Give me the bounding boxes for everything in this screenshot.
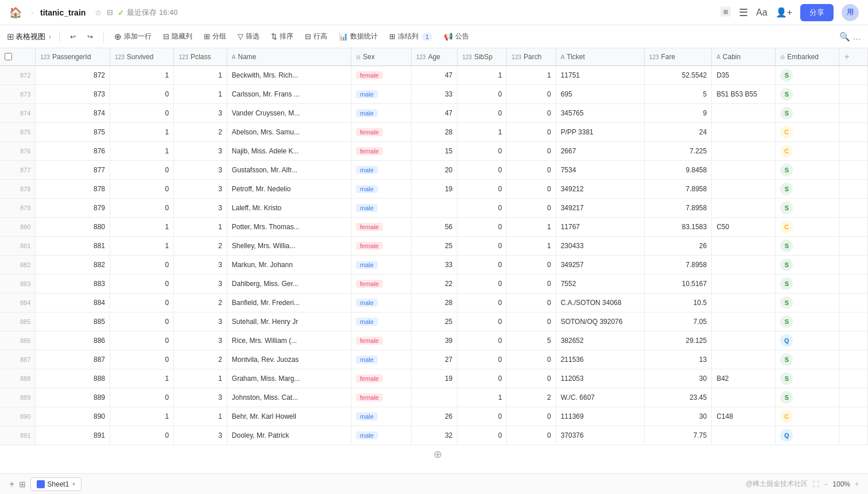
cell-name: Abelson, Mrs. Samu...: [227, 123, 351, 142]
search-icon[interactable]: 🔍: [839, 32, 850, 42]
history-icon[interactable]: ⊟: [107, 8, 113, 17]
col-header-age[interactable]: 123Age: [411, 48, 457, 66]
cell-survived: 0: [110, 388, 174, 407]
cell-survived: 1: [110, 237, 174, 256]
cell-name: Najib, Miss. Adele K...: [227, 142, 351, 161]
watermark: @稀土掘金技术社区: [746, 479, 808, 489]
font-size-icon[interactable]: Aa: [756, 7, 768, 18]
zoom-out-icon[interactable]: −: [824, 480, 828, 488]
embarked-badge: C: [780, 145, 793, 157]
col-header-survived[interactable]: 123Survived: [110, 48, 174, 66]
star-icon[interactable]: ☆: [95, 8, 102, 17]
col-header-ticket[interactable]: ATicket: [556, 48, 644, 66]
table-row[interactable]: 88188112Shelley, Mrs. Willia...female250…: [0, 237, 868, 256]
cell-sex: male: [351, 294, 411, 312]
cell-parch: 0: [507, 256, 556, 275]
table-row[interactable]: 87687613Najib, Miss. Adele K...female150…: [0, 142, 868, 161]
sheet-tab-sheet1[interactable]: Sheet1 ▾: [30, 477, 82, 491]
add-sheet-button[interactable]: +: [9, 479, 14, 489]
table-row[interactable]: 88488402Banfield, Mr. Frederi...male2800…: [0, 294, 868, 312]
cell-name: Dooley, Mr. Patrick: [227, 426, 351, 445]
table-row[interactable]: 88288203Markun, Mr. Johannmale3300349257…: [0, 256, 868, 275]
freeze-button[interactable]: ⊞ 冻结列 1: [385, 29, 437, 44]
avatar[interactable]: 用: [842, 4, 859, 21]
table-row[interactable]: 88988903Johnston, Miss. Cat...female12W.…: [0, 388, 868, 407]
cell-passengerid: 888: [36, 369, 110, 388]
table-row[interactable]: 87287211Beckwith, Mrs. Rich...female4711…: [0, 66, 868, 85]
table-row[interactable]: 87887803Petroff, Mr. Nedeliomale19003492…: [0, 180, 868, 199]
table-row[interactable]: 89189103Dooley, Mr. Patrickmale320037037…: [0, 426, 868, 445]
group-button[interactable]: ⊞ 分组: [199, 29, 231, 44]
cell-fare: 30: [644, 407, 711, 426]
table-row[interactable]: 87787703Gustafsson, Mr. Alfr...male20007…: [0, 161, 868, 180]
table-wrapper[interactable]: 123PassengerId 123Survived 123Pclass ANa…: [0, 48, 868, 473]
select-all-checkbox[interactable]: [5, 53, 12, 60]
hide-cols-button[interactable]: ⊟ 隐藏列: [158, 29, 197, 44]
cell-parch: 0: [507, 180, 556, 199]
expand-icon[interactable]: ›: [46, 30, 53, 43]
menu-icon[interactable]: ☰: [739, 6, 748, 19]
table-row[interactable]: 88388303Dahlberg, Miss. Ger...female2200…: [0, 275, 868, 294]
cell-ticket: SOTON/OQ 392076: [556, 312, 644, 331]
layers-icon[interactable]: ⊞: [19, 480, 26, 489]
col-header-embarked[interactable]: ⊙Embarked: [776, 48, 839, 66]
cell-cabin: [712, 199, 776, 218]
cell-fare: 24: [644, 123, 711, 142]
announcement-button[interactable]: 📢 公告: [439, 29, 474, 44]
table-row[interactable]: 87587512Abelson, Mrs. Samu...female2810P…: [0, 123, 868, 142]
stats-button[interactable]: 📊 数据统计: [334, 29, 382, 44]
add-column-icon[interactable]: +: [844, 52, 849, 61]
table-row[interactable]: 87487403Vander Cruyssen, M...male4700345…: [0, 104, 868, 123]
cell-embarked: S: [776, 180, 839, 199]
table-row[interactable]: 89089011Behr, Mr. Karl Howellmale2600111…: [0, 407, 868, 426]
col-header-pclass[interactable]: 123Pclass: [174, 48, 227, 66]
undo-button[interactable]: ↩: [65, 30, 80, 43]
cell-rownum: 888: [0, 369, 36, 388]
cell-passengerid: 889: [36, 388, 110, 407]
cell-ticket: 345765: [556, 104, 644, 123]
col-header-fare[interactable]: 123Fare: [644, 48, 711, 66]
table-row[interactable]: 88088011Potter, Mrs. Thomas...female5601…: [0, 218, 868, 237]
add-row-bottom-button[interactable]: ⊕: [0, 445, 868, 464]
cell-ticket: 349217: [556, 199, 644, 218]
fullscreen-icon[interactable]: ⛶: [812, 480, 819, 488]
cell-parch: 1: [507, 218, 556, 237]
cell-cabin: C148: [712, 407, 776, 426]
cell-empty: [839, 142, 868, 161]
sex-badge: female: [356, 242, 383, 250]
table-row[interactable]: 88688603Rice, Mrs. William (...female390…: [0, 331, 868, 350]
home-icon[interactable]: 🏠: [9, 6, 22, 19]
sex-badge: male: [356, 431, 378, 439]
cell-name: Sutehall, Mr. Henry Jr: [227, 312, 351, 331]
row-height-button[interactable]: ⊟ 行高: [300, 29, 332, 44]
cell-fare: 13: [644, 350, 711, 369]
sex-badge: male: [356, 318, 378, 326]
share-button[interactable]: 分享: [800, 4, 834, 21]
cell-rownum: 880: [0, 218, 36, 237]
table-row[interactable]: 88588503Sutehall, Mr. Henry Jrmale2500SO…: [0, 312, 868, 331]
table-row[interactable]: 88788702Montvila, Rev. Juozasmale2700211…: [0, 350, 868, 369]
col-header-sibsp[interactable]: 123SibSp: [458, 48, 507, 66]
add-collaborator-icon[interactable]: 👤+: [776, 7, 792, 18]
sheet-tab-dropdown-icon[interactable]: ▾: [72, 481, 75, 487]
embarked-badge: Q: [780, 429, 793, 442]
col-header-sex[interactable]: ⊙Sex: [351, 48, 411, 66]
sex-badge: male: [356, 261, 378, 269]
col-header-name[interactable]: AName: [227, 48, 351, 66]
col-header-cabin[interactable]: ACabin: [712, 48, 776, 66]
redo-button[interactable]: ↪: [83, 30, 98, 43]
cell-empty: [839, 199, 868, 218]
table-row[interactable]: 87387301Carlsson, Mr. Frans ...male33006…: [0, 85, 868, 104]
table-row[interactable]: 88888811Graham, Miss. Marg...female19001…: [0, 369, 868, 388]
add-row-button[interactable]: ⊕ 添加一行: [110, 29, 156, 44]
add-user-icon[interactable]: ⊞: [720, 6, 731, 19]
col-header-passengerid[interactable]: 123PassengerId: [36, 48, 110, 66]
col-header-parch[interactable]: 123Parch: [507, 48, 556, 66]
table-row[interactable]: 87987903Laleff, Mr. Kristomale003492177.…: [0, 199, 868, 218]
zoom-in-icon[interactable]: +: [855, 480, 859, 488]
add-column-header[interactable]: +: [839, 48, 868, 66]
sort-button[interactable]: ⇅ 排序: [266, 29, 298, 44]
cell-age: 39: [411, 331, 457, 350]
filter-button[interactable]: ▽ 筛选: [233, 29, 264, 44]
more-icon[interactable]: …: [852, 32, 861, 41]
